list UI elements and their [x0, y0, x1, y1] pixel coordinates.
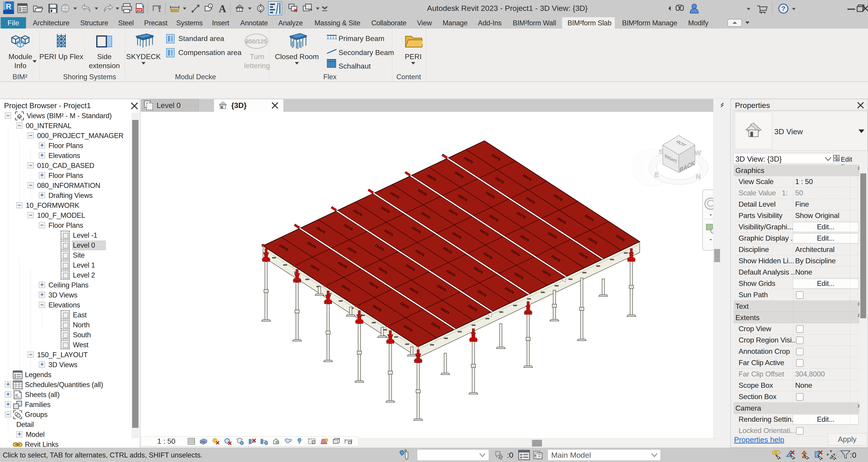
svg-text:R: R	[6, 2, 11, 11]
svg-text:PDF: PDF	[136, 8, 142, 12]
svg-text:W: W	[695, 149, 701, 156]
svg-text:E: E	[654, 171, 659, 178]
svg-text:1: 1	[210, 4, 211, 8]
svg-text:S: S	[659, 148, 663, 155]
svg-text:?: ?	[781, 5, 785, 12]
svg-text:N: N	[696, 173, 701, 180]
svg-text:350/125: 350/125	[246, 38, 267, 45]
svg-text:A: A	[219, 3, 226, 13]
